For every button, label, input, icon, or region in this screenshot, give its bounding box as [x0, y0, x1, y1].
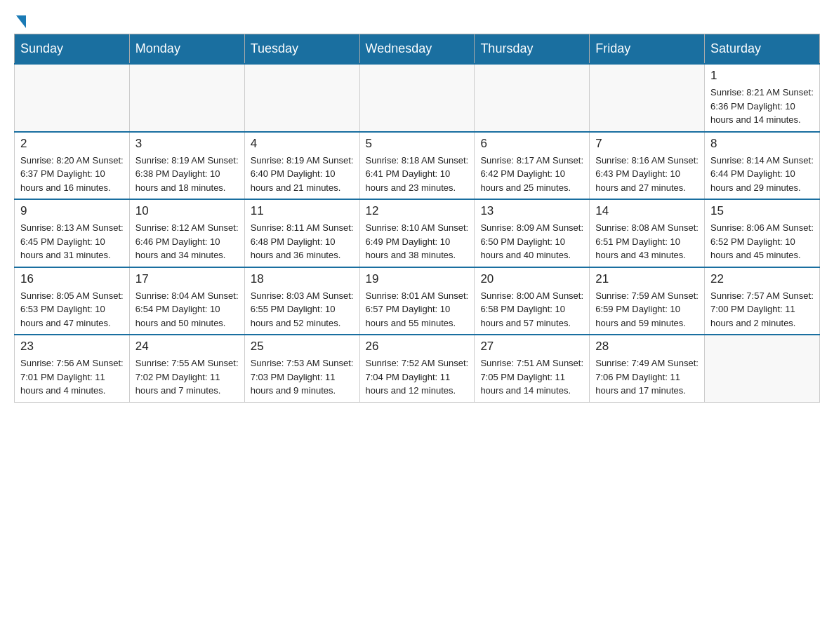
day-number: 10 — [135, 204, 239, 218]
calendar-cell: 7Sunrise: 8:16 AM Sunset: 6:43 PM Daylig… — [590, 132, 705, 200]
calendar-cell: 13Sunrise: 8:09 AM Sunset: 6:50 PM Dayli… — [475, 199, 590, 267]
calendar-cell: 27Sunrise: 7:51 AM Sunset: 7:05 PM Dayli… — [475, 335, 590, 402]
calendar-cell: 8Sunrise: 8:14 AM Sunset: 6:44 PM Daylig… — [705, 132, 820, 200]
calendar-cell — [359, 64, 475, 132]
day-info: Sunrise: 7:51 AM Sunset: 7:05 PM Dayligh… — [480, 356, 583, 398]
calendar-cell: 15Sunrise: 8:06 AM Sunset: 6:52 PM Dayli… — [705, 199, 820, 267]
day-info: Sunrise: 8:06 AM Sunset: 6:52 PM Dayligh… — [710, 221, 814, 262]
calendar-cell: 3Sunrise: 8:19 AM Sunset: 6:38 PM Daylig… — [129, 132, 244, 200]
day-header-saturday: Saturday — [705, 34, 820, 65]
calendar-cell: 14Sunrise: 8:08 AM Sunset: 6:51 PM Dayli… — [590, 199, 705, 267]
calendar-cell: 19Sunrise: 8:01 AM Sunset: 6:57 PM Dayli… — [359, 267, 475, 335]
day-number: 12 — [366, 204, 469, 218]
calendar-cell: 9Sunrise: 8:13 AM Sunset: 6:45 PM Daylig… — [15, 199, 130, 267]
day-number: 25 — [251, 340, 354, 354]
day-number: 23 — [20, 340, 124, 354]
calendar-cell: 28Sunrise: 7:49 AM Sunset: 7:06 PM Dayli… — [590, 335, 705, 402]
week-row-1: 1Sunrise: 8:21 AM Sunset: 6:36 PM Daylig… — [15, 64, 820, 132]
day-header-wednesday: Wednesday — [359, 34, 475, 65]
day-info: Sunrise: 7:49 AM Sunset: 7:06 PM Dayligh… — [595, 356, 699, 398]
calendar-cell: 18Sunrise: 8:03 AM Sunset: 6:55 PM Dayli… — [244, 267, 359, 335]
day-number: 11 — [251, 204, 354, 218]
calendar-cell: 22Sunrise: 7:57 AM Sunset: 7:00 PM Dayli… — [705, 267, 820, 335]
day-info: Sunrise: 7:53 AM Sunset: 7:03 PM Dayligh… — [251, 356, 354, 398]
day-info: Sunrise: 7:59 AM Sunset: 6:59 PM Dayligh… — [595, 289, 699, 330]
day-info: Sunrise: 8:21 AM Sunset: 6:36 PM Dayligh… — [710, 86, 814, 127]
day-number: 1 — [710, 69, 814, 83]
calendar-cell: 24Sunrise: 7:55 AM Sunset: 7:02 PM Dayli… — [129, 335, 244, 402]
calendar-cell — [244, 64, 359, 132]
day-header-thursday: Thursday — [475, 34, 590, 65]
day-info: Sunrise: 8:09 AM Sunset: 6:50 PM Dayligh… — [480, 221, 583, 262]
calendar-cell: 11Sunrise: 8:11 AM Sunset: 6:48 PM Dayli… — [244, 199, 359, 267]
calendar-cell: 25Sunrise: 7:53 AM Sunset: 7:03 PM Dayli… — [244, 335, 359, 402]
day-info: Sunrise: 8:01 AM Sunset: 6:57 PM Dayligh… — [366, 289, 469, 330]
logo — [14, 14, 38, 27]
day-number: 2 — [20, 137, 124, 151]
day-info: Sunrise: 7:55 AM Sunset: 7:02 PM Dayligh… — [135, 356, 239, 398]
calendar-cell: 6Sunrise: 8:17 AM Sunset: 6:42 PM Daylig… — [475, 132, 590, 200]
day-info: Sunrise: 8:10 AM Sunset: 6:49 PM Dayligh… — [366, 221, 469, 262]
day-number: 9 — [20, 204, 124, 218]
logo-triangle-icon — [16, 15, 26, 28]
day-number: 4 — [251, 137, 354, 151]
day-number: 20 — [480, 272, 583, 286]
day-number: 3 — [135, 137, 239, 151]
day-header-monday: Monday — [129, 34, 244, 65]
day-number: 8 — [710, 137, 814, 151]
calendar-cell: 5Sunrise: 8:18 AM Sunset: 6:41 PM Daylig… — [359, 132, 475, 200]
week-row-4: 16Sunrise: 8:05 AM Sunset: 6:53 PM Dayli… — [15, 267, 820, 335]
calendar-cell: 17Sunrise: 8:04 AM Sunset: 6:54 PM Dayli… — [129, 267, 244, 335]
calendar-cell — [129, 64, 244, 132]
day-number: 22 — [710, 272, 814, 286]
day-info: Sunrise: 8:17 AM Sunset: 6:42 PM Dayligh… — [480, 154, 583, 195]
calendar-cell — [475, 64, 590, 132]
day-info: Sunrise: 8:14 AM Sunset: 6:44 PM Dayligh… — [710, 154, 814, 195]
day-info: Sunrise: 8:11 AM Sunset: 6:48 PM Dayligh… — [251, 221, 354, 262]
day-number: 21 — [595, 272, 699, 286]
day-info: Sunrise: 7:57 AM Sunset: 7:00 PM Dayligh… — [710, 289, 814, 330]
day-info: Sunrise: 8:12 AM Sunset: 6:46 PM Dayligh… — [135, 221, 239, 262]
day-number: 6 — [480, 137, 583, 151]
day-info: Sunrise: 8:18 AM Sunset: 6:41 PM Dayligh… — [366, 154, 469, 195]
calendar-table: SundayMondayTuesdayWednesdayThursdayFrid… — [14, 34, 820, 403]
day-info: Sunrise: 8:00 AM Sunset: 6:58 PM Dayligh… — [480, 289, 583, 330]
day-number: 18 — [251, 272, 354, 286]
day-info: Sunrise: 8:05 AM Sunset: 6:53 PM Dayligh… — [20, 289, 124, 330]
day-number: 7 — [595, 137, 699, 151]
calendar-cell: 20Sunrise: 8:00 AM Sunset: 6:58 PM Dayli… — [475, 267, 590, 335]
calendar-cell: 10Sunrise: 8:12 AM Sunset: 6:46 PM Dayli… — [129, 199, 244, 267]
day-info: Sunrise: 8:13 AM Sunset: 6:45 PM Dayligh… — [20, 221, 124, 262]
week-row-5: 23Sunrise: 7:56 AM Sunset: 7:01 PM Dayli… — [15, 335, 820, 402]
day-number: 5 — [366, 137, 469, 151]
calendar-cell: 16Sunrise: 8:05 AM Sunset: 6:53 PM Dayli… — [15, 267, 130, 335]
day-header-friday: Friday — [590, 34, 705, 65]
day-number: 19 — [366, 272, 469, 286]
calendar-cell: 23Sunrise: 7:56 AM Sunset: 7:01 PM Dayli… — [15, 335, 130, 402]
calendar-cell — [15, 64, 130, 132]
day-info: Sunrise: 7:52 AM Sunset: 7:04 PM Dayligh… — [366, 356, 469, 398]
day-info: Sunrise: 8:08 AM Sunset: 6:51 PM Dayligh… — [595, 221, 699, 262]
calendar-header-row: SundayMondayTuesdayWednesdayThursdayFrid… — [15, 34, 820, 65]
day-number: 27 — [480, 340, 583, 354]
calendar-cell: 26Sunrise: 7:52 AM Sunset: 7:04 PM Dayli… — [359, 335, 475, 402]
day-number: 28 — [595, 340, 699, 354]
calendar-cell: 2Sunrise: 8:20 AM Sunset: 6:37 PM Daylig… — [15, 132, 130, 200]
day-info: Sunrise: 8:04 AM Sunset: 6:54 PM Dayligh… — [135, 289, 239, 330]
calendar-cell: 21Sunrise: 7:59 AM Sunset: 6:59 PM Dayli… — [590, 267, 705, 335]
day-number: 17 — [135, 272, 239, 286]
calendar-cell: 1Sunrise: 8:21 AM Sunset: 6:36 PM Daylig… — [705, 64, 820, 132]
week-row-3: 9Sunrise: 8:13 AM Sunset: 6:45 PM Daylig… — [15, 199, 820, 267]
calendar-cell — [705, 335, 820, 402]
day-number: 16 — [20, 272, 124, 286]
day-number: 15 — [710, 204, 814, 218]
day-info: Sunrise: 8:20 AM Sunset: 6:37 PM Dayligh… — [20, 154, 124, 195]
day-info: Sunrise: 8:03 AM Sunset: 6:55 PM Dayligh… — [251, 289, 354, 330]
day-number: 24 — [135, 340, 239, 354]
day-number: 14 — [595, 204, 699, 218]
page-header — [14, 14, 820, 27]
calendar-cell: 4Sunrise: 8:19 AM Sunset: 6:40 PM Daylig… — [244, 132, 359, 200]
day-number: 13 — [480, 204, 583, 218]
day-info: Sunrise: 8:19 AM Sunset: 6:40 PM Dayligh… — [251, 154, 354, 195]
week-row-2: 2Sunrise: 8:20 AM Sunset: 6:37 PM Daylig… — [15, 132, 820, 200]
